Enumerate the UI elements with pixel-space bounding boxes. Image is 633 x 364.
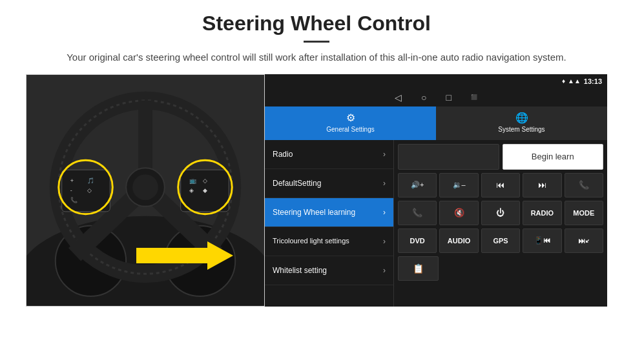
recents-nav-icon[interactable]: □ <box>446 92 451 103</box>
skip-icon: ⏭↙ <box>578 237 589 245</box>
title-divider <box>304 41 329 43</box>
power-button[interactable]: ⏻ <box>481 201 520 225</box>
begin-learn-button[interactable]: Begin learn <box>503 144 604 170</box>
answer-icon: 📞 <box>412 208 422 217</box>
steering-wheel-image: 80 3 + - 📞 🎵 ◇ � <box>26 74 265 307</box>
empty-display-box <box>398 144 499 170</box>
control-grid-row3: DVD AUDIO GPS 📱⏮ ⏭↙ <box>398 228 603 253</box>
menu-default-label: DefaultSetting <box>273 179 321 188</box>
control-top-row: Begin learn <box>398 144 603 170</box>
signal-icon: ▲▲ <box>568 77 581 85</box>
mute-button[interactable]: 🔇 <box>439 201 478 225</box>
menu-item-steering[interactable]: Steering Wheel learning › <box>265 198 393 227</box>
prev-track-icon: ⏮ <box>496 180 504 190</box>
menu-item-tricoloured[interactable]: Tricoloured light settings › <box>265 227 393 256</box>
radio-label: RADIO <box>531 209 554 217</box>
menu-steering-label: Steering Wheel learning <box>273 208 355 217</box>
svg-text:-: - <box>70 187 72 193</box>
gps-label: GPS <box>493 237 508 245</box>
begin-learn-label: Begin learn <box>532 152 574 161</box>
control-panel: Begin learn 🔊+ 🔉– ⏮ <box>394 140 607 307</box>
gps-button[interactable]: GPS <box>481 228 520 253</box>
menu-nav-icon[interactable]: ⬛ <box>471 94 477 100</box>
file-icon: 📋 <box>413 263 424 274</box>
svg-point-12 <box>132 174 158 200</box>
vol-up-icon: 🔊+ <box>411 181 424 189</box>
menu-whitelist-chevron: › <box>383 266 386 275</box>
dvd-label: DVD <box>410 237 425 245</box>
tab-bar: ⚙ General Settings 🌐 System Settings <box>265 106 607 140</box>
menu-radio-chevron: › <box>383 150 386 159</box>
status-bar: ♦ ▲▲ 13:13 <box>265 74 607 88</box>
location-icon: ♦ <box>562 77 565 85</box>
svg-text:◇: ◇ <box>88 187 92 193</box>
system-settings-icon: 🌐 <box>515 112 528 124</box>
back-nav-icon[interactable]: ◁ <box>395 92 402 103</box>
tab-general-settings[interactable]: ⚙ General Settings <box>265 106 436 140</box>
menu-whitelist-label: Whitelist setting <box>273 266 327 275</box>
general-settings-icon: ⚙ <box>346 112 355 124</box>
radio-button[interactable]: RADIO <box>523 201 561 225</box>
prev-track-button[interactable]: ⏮ <box>481 173 520 197</box>
phone-icon: 📞 <box>579 180 589 190</box>
next-track-button[interactable]: ⏭ <box>523 173 561 197</box>
home-nav-icon[interactable]: ○ <box>421 92 426 103</box>
svg-text:🎵: 🎵 <box>88 177 96 185</box>
content-area: 80 3 + - 📞 🎵 ◇ � <box>26 74 607 307</box>
answer-button[interactable]: 📞 <box>398 201 437 225</box>
svg-text:+: + <box>70 177 74 184</box>
status-time: 13:13 <box>584 77 602 85</box>
svg-text:◇: ◇ <box>203 177 208 184</box>
svg-text:◈: ◈ <box>189 187 194 193</box>
menu-default-chevron: › <box>383 179 386 188</box>
nav-bar: ◁ ○ □ ⬛ <box>265 88 607 106</box>
svg-text:◆: ◆ <box>203 187 208 193</box>
last-row: 📋 <box>398 256 603 281</box>
menu-tricoloured-label: Tricoloured light settings <box>273 236 349 245</box>
menu-radio-label: Radio <box>273 150 293 159</box>
android-panel: ♦ ▲▲ 13:13 ◁ ○ □ ⬛ ⚙ General Settings 🌐 <box>265 74 607 307</box>
svg-rect-13 <box>62 170 110 212</box>
phone2-button[interactable]: 📱⏮ <box>523 228 561 253</box>
tab-general-label: General Settings <box>326 126 375 133</box>
svg-marker-26 <box>136 241 233 270</box>
page-title: Steering Wheel Control <box>26 12 607 35</box>
mode-label: MODE <box>573 209 594 217</box>
menu-item-default[interactable]: DefaultSetting › <box>265 169 393 198</box>
control-grid-row1: 🔊+ 🔉– ⏮ ⏭ 📞 <box>398 173 603 197</box>
vol-down-button[interactable]: 🔉– <box>439 173 478 197</box>
menu-steering-chevron: › <box>383 208 386 217</box>
tab-system-settings[interactable]: 🌐 System Settings <box>436 106 607 140</box>
menu-list: Radio › DefaultSetting › Steering Wheel … <box>265 140 394 307</box>
audio-label: AUDIO <box>448 237 470 245</box>
power-icon: ⏻ <box>496 208 504 217</box>
mute-icon: 🔇 <box>454 208 464 217</box>
control-grid-row2: 📞 🔇 ⏻ RADIO MODE <box>398 201 603 225</box>
dvd-button[interactable]: DVD <box>398 228 437 253</box>
mode-button[interactable]: MODE <box>565 201 603 225</box>
svg-text:📺: 📺 <box>189 177 197 185</box>
status-icons: ♦ ▲▲ <box>562 77 581 85</box>
page-container: Steering Wheel Control Your original car… <box>0 0 633 313</box>
file-icon-button[interactable]: 📋 <box>398 256 439 281</box>
title-section: Steering Wheel Control Your original car… <box>26 12 607 65</box>
phone-button[interactable]: 📞 <box>565 173 603 197</box>
skip-button[interactable]: ⏭↙ <box>565 228 603 253</box>
audio-button[interactable]: AUDIO <box>439 228 478 253</box>
vol-up-button[interactable]: 🔊+ <box>398 173 437 197</box>
svg-text:📞: 📞 <box>70 196 78 203</box>
last-row-empty <box>441 256 603 281</box>
phone2-icon: 📱⏮ <box>534 236 550 245</box>
menu-tricoloured-chevron: › <box>383 237 386 246</box>
menu-item-whitelist[interactable]: Whitelist setting › <box>265 256 393 285</box>
menu-item-radio[interactable]: Radio › <box>265 140 393 169</box>
vol-down-icon: 🔉– <box>453 181 466 189</box>
main-content: Radio › DefaultSetting › Steering Wheel … <box>265 140 607 307</box>
tab-system-label: System Settings <box>498 126 545 133</box>
next-track-icon: ⏭ <box>538 180 546 190</box>
page-subtitle: Your original car's steering wheel contr… <box>26 50 607 65</box>
